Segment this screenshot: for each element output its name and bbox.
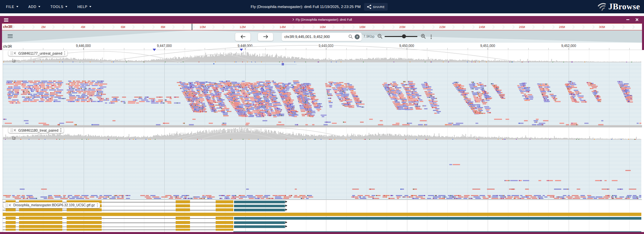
- chevron-right-icon: [431, 25, 434, 29]
- close-track-icon[interactable]: [13, 129, 16, 132]
- help-icon[interactable]: ?: [355, 34, 360, 39]
- cds-feature[interactable]: [234, 201, 285, 203]
- strand-arrow-icon: [285, 221, 287, 223]
- menu-help-label: HELP: [77, 5, 87, 9]
- zoom-out-icon[interactable]: [377, 34, 383, 39]
- exon-feature[interactable]: [19, 225, 62, 228]
- track-label-gsm461180[interactable]: GSM461180_treat_paired: [8, 127, 64, 133]
- axis-zero-label: 0: [14, 59, 16, 62]
- exon-feature[interactable]: [6, 217, 16, 220]
- exon-feature[interactable]: [216, 229, 233, 231]
- exon-feature[interactable]: [176, 204, 190, 207]
- zoom-slider[interactable]: [385, 36, 417, 37]
- cds-feature[interactable]: [234, 205, 285, 207]
- share-button[interactable]: SHARE: [364, 3, 388, 11]
- track-selector-icon[interactable]: [8, 34, 13, 39]
- drag-handle-icon[interactable]: [11, 52, 11, 52]
- exon-feature[interactable]: [3, 213, 641, 216]
- exon-feature[interactable]: [67, 208, 102, 211]
- drag-handle-icon[interactable]: [6, 204, 6, 204]
- zoom-slider-thumb[interactable]: [402, 34, 406, 38]
- forward-button[interactable]: [258, 33, 273, 41]
- exon-feature[interactable]: [67, 217, 102, 220]
- chromosome-overview[interactable]: chr3R 2M4M6M8M10M12M14M16M18M20M22M24M26…: [2, 23, 642, 30]
- drag-handle-icon[interactable]: [11, 129, 11, 129]
- pileup-stripes-track1: [3, 63, 641, 125]
- overview-tick-label: 14M: [280, 25, 286, 29]
- menu-add[interactable]: ADD: [28, 5, 40, 9]
- jbrowse-app: FILE ADD TOOLS HELP Fly (Drosophila mela…: [0, 0, 644, 234]
- exon-feature[interactable]: [19, 217, 62, 220]
- cds-feature[interactable]: [234, 221, 285, 224]
- highlight-marker-icon[interactable]: [153, 49, 156, 51]
- exon-feature[interactable]: [6, 229, 16, 231]
- exon-feature[interactable]: [176, 200, 190, 203]
- caret-down-icon: [89, 6, 91, 7]
- exon-feature[interactable]: [176, 217, 190, 220]
- chevron-right-icon: [381, 25, 384, 29]
- back-button[interactable]: [235, 33, 251, 41]
- overview-tick-label: 16M: [320, 25, 326, 29]
- track-label-gsm461177[interactable]: GSM461177_untreat_paired: [8, 50, 67, 56]
- exon-feature[interactable]: [6, 225, 16, 228]
- exon-feature[interactable]: [19, 208, 62, 211]
- close-track-icon[interactable]: [13, 52, 16, 55]
- search-icon[interactable]: [348, 34, 353, 39]
- exon-feature[interactable]: [67, 221, 102, 224]
- exon-feature[interactable]: [216, 200, 233, 203]
- exon-feature[interactable]: [216, 204, 233, 207]
- ruler-tick-label: 9,452,000: [561, 44, 576, 48]
- track-kebab-menu-icon[interactable]: [60, 128, 61, 129]
- zoom-level-label: 7.9Kbp: [363, 34, 374, 38]
- exon-feature[interactable]: [216, 217, 233, 220]
- cds-feature[interactable]: [234, 225, 285, 228]
- exon-feature[interactable]: [176, 221, 190, 224]
- minimize-icon[interactable]: [626, 19, 629, 20]
- menu-tools[interactable]: TOOLS: [50, 5, 67, 9]
- chevron-right-icon: [591, 25, 594, 29]
- menubar: FILE ADD TOOLS HELP Fly (Drosophila mela…: [0, 0, 644, 13]
- highlight-marker-icon[interactable]: [240, 49, 243, 51]
- region-ruler[interactable]: chr3R 9,446,0009,447,0009,448,0009,449,0…: [2, 43, 642, 50]
- share-icon: [367, 5, 371, 9]
- strand-arrow-icon: [285, 205, 287, 207]
- track-divider: [2, 199, 642, 200]
- exon-feature[interactable]: [216, 221, 233, 224]
- track-label-annotations[interactable]: Drosophila_melanogaster.BDGP6.32.109_UCS…: [3, 202, 100, 208]
- view-menu-icon[interactable]: [4, 18, 8, 22]
- exon-feature[interactable]: [216, 208, 233, 211]
- caret-down-icon: [65, 6, 67, 7]
- close-track-icon[interactable]: [8, 204, 11, 207]
- view-kebab-menu[interactable]: [431, 35, 432, 36]
- exon-feature[interactable]: [176, 229, 190, 231]
- overview-tick-label: 28M: [559, 25, 565, 29]
- menu-add-label: ADD: [28, 5, 36, 9]
- track-resize-handle[interactable]: [2, 125, 642, 127]
- ruler-tick-label: 9,448,000: [238, 44, 253, 48]
- cds-feature[interactable]: [234, 209, 285, 211]
- pileup-stripes-track2: [3, 140, 641, 199]
- exon-feature[interactable]: [67, 229, 102, 231]
- track-kebab-menu-icon[interactable]: [64, 51, 65, 52]
- location-input[interactable]: [284, 34, 347, 39]
- cds-feature[interactable]: [234, 217, 641, 220]
- zoom-in-icon[interactable]: [421, 34, 426, 39]
- menu-help[interactable]: HELP: [77, 5, 91, 9]
- chevron-right-icon: [461, 25, 464, 29]
- exon-feature[interactable]: [176, 225, 190, 228]
- exon-feature[interactable]: [19, 221, 62, 224]
- exon-feature[interactable]: [19, 229, 62, 231]
- cds-feature[interactable]: [233, 231, 641, 232]
- exon-feature[interactable]: [6, 221, 16, 224]
- chevron-right-icon: [391, 25, 394, 29]
- close-icon[interactable]: [635, 18, 639, 21]
- exon-feature[interactable]: [176, 208, 190, 211]
- track-kebab-menu-icon[interactable]: [97, 203, 98, 204]
- exon-feature[interactable]: [6, 208, 16, 211]
- menu-file[interactable]: FILE: [6, 5, 18, 9]
- chevron-right-icon: [51, 25, 54, 29]
- exon-feature[interactable]: [216, 225, 233, 228]
- exon-feature[interactable]: [67, 225, 102, 228]
- view-window-controls: [626, 16, 639, 23]
- chevron-right-icon: [292, 18, 294, 21]
